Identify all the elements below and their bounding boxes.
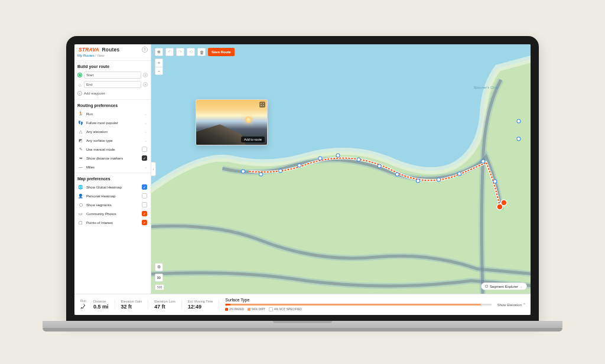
sidebar-collapse-handle[interactable]: ‹	[151, 162, 156, 176]
photos-icon: ▭	[78, 211, 83, 216]
map-toolbar: ⊕ ↶ ↷ ⟲ 🗑 Save Route	[155, 48, 235, 56]
help-icon[interactable]: ?	[142, 47, 148, 53]
map-label-cove: Spooner's Cove	[473, 86, 499, 89]
stat-surface: Surface Type 2% PAVED 94% DIRT 4% NOT SP…	[225, 298, 491, 311]
map-pref-poi[interactable]: ▢Points of Interest✓	[74, 218, 151, 227]
svg-point-0	[241, 170, 245, 173]
map-pref-photos[interactable]: ▭Community Photos✓	[74, 209, 151, 218]
checkbox[interactable]: ✓	[142, 155, 147, 161]
start-input[interactable]: Start	[84, 72, 141, 79]
map-canvas[interactable]: Spooner's Cove ⛶ Add to route	[151, 44, 531, 294]
svg-point-13	[493, 180, 497, 183]
routing-pref-markers[interactable]: ⬌Show distance markers✓	[74, 154, 151, 162]
show-elevation-toggle[interactable]: Show Elevation ⌃	[497, 303, 526, 307]
save-route-button[interactable]: Save Route	[208, 48, 235, 56]
routing-pref-run[interactable]: 🏃Run⌄	[74, 109, 151, 118]
manual-icon: ✎	[78, 147, 83, 152]
checkbox[interactable]	[142, 147, 147, 152]
end-pin-icon: ◇	[77, 82, 82, 87]
breadcrumb-leaf: New	[97, 54, 105, 57]
map-pref-heatmap[interactable]: 🌐Show Global Heatmap✓	[74, 183, 151, 191]
popular-icon: 👣	[78, 120, 83, 125]
routing-prefs-title: Routing preferences	[74, 101, 151, 109]
svg-point-9	[416, 179, 419, 183]
chevron-down-icon: ⌄	[144, 129, 147, 134]
routing-pref-popular[interactable]: 👣Follow most popular⌄	[74, 118, 151, 127]
routing-pref-manual[interactable]: ✎Use manual mode	[74, 145, 151, 154]
clear-start-icon[interactable]: ✕	[143, 73, 148, 77]
checkbox[interactable]: ✓	[142, 184, 147, 190]
chevron-down-icon: ⌄	[144, 138, 147, 142]
zoom-in-icon[interactable]: +	[155, 58, 163, 67]
segment-explorer-button[interactable]: Segment Explorer ⌄	[481, 282, 527, 290]
svg-point-7	[378, 164, 381, 168]
map-pref-personal[interactable]: 👤Personal Heatmap	[74, 191, 151, 200]
3d-toggle[interactable]: 3D	[155, 274, 163, 282]
photo-thumbnail[interactable]: ⛶ Add to route	[196, 100, 267, 145]
stat-time: Est. Moving Time12:49	[188, 300, 219, 310]
svg-point-18	[501, 200, 507, 206]
svg-point-2	[279, 169, 282, 173]
chevron-down-icon: ⌄	[520, 284, 523, 288]
heatmap-icon: 🌐	[78, 184, 83, 190]
svg-point-10	[437, 178, 441, 181]
community-photo-popup: ⛶ Add to route	[196, 99, 268, 145]
end-input[interactable]: End	[84, 81, 141, 88]
markers-icon: ⬌	[78, 155, 83, 161]
chevron-down-icon: ⌄	[144, 112, 147, 116]
stats-bar: Run Distance0.5 mi Elevation Gain32 ft E…	[74, 294, 531, 315]
map-prefs-title: Map preferences	[74, 174, 151, 183]
segments-icon: ⬡	[78, 202, 83, 207]
stat-distance: Distance0.5 mi	[93, 300, 115, 310]
map-pref-segments[interactable]: ⬡Show segments	[74, 200, 151, 209]
elevation-icon: △	[78, 129, 83, 134]
surface-icon: ◩	[78, 138, 83, 143]
crosshair-icon[interactable]: ⊕	[155, 48, 163, 56]
checkbox[interactable]: ✓	[142, 220, 147, 225]
routing-pref-elevation[interactable]: △Any elevation⌄	[74, 127, 151, 136]
back-step-icon[interactable]: ⟲	[187, 48, 195, 56]
svg-point-1	[259, 173, 263, 176]
svg-point-4	[318, 157, 322, 160]
svg-point-15	[517, 119, 521, 123]
zoom-out-icon[interactable]: −	[155, 67, 163, 75]
svg-point-16	[517, 137, 521, 141]
checkbox[interactable]	[142, 202, 147, 207]
svg-point-3	[298, 164, 301, 167]
redo-icon[interactable]: ↷	[176, 48, 184, 56]
chevron-down-icon: ⌄	[144, 121, 147, 125]
sidebar: STRAVA Routes ? My Routes / New Build yo…	[74, 44, 151, 294]
units-icon: —	[78, 164, 83, 170]
personal-icon: 👤	[78, 193, 83, 199]
start-dot-icon	[78, 73, 82, 77]
trophy-icon	[485, 285, 488, 288]
chevron-down-icon: ⌄	[144, 165, 147, 169]
svg-point-8	[395, 173, 399, 176]
svg-point-6	[357, 158, 360, 161]
layers-icon[interactable]: ⚙	[155, 263, 163, 271]
undo-icon[interactable]: ↶	[165, 48, 174, 56]
run-icon: 🏃	[78, 111, 83, 116]
map-scale: 500	[155, 284, 164, 290]
expand-photo-icon[interactable]: ⛶	[259, 102, 265, 108]
breadcrumb-root[interactable]: My Routes	[77, 54, 95, 57]
add-waypoint-button[interactable]: + Add waypoint	[74, 89, 151, 98]
svg-point-12	[482, 160, 485, 163]
breadcrumb: My Routes / New	[74, 54, 151, 59]
build-route-title: Build your route	[74, 62, 151, 70]
chevron-up-icon: ⌃	[523, 303, 526, 307]
clear-end-icon[interactable]: ✕	[143, 82, 148, 87]
poi-icon: ▢	[78, 220, 83, 225]
clear-icon[interactable]: 🗑	[197, 48, 206, 56]
routing-pref-units[interactable]: —Miles⌄	[74, 162, 151, 171]
activity-run-icon: Run	[79, 299, 87, 311]
checkbox[interactable]	[142, 193, 147, 199]
stat-gain: Elevation Gain32 ft	[121, 300, 149, 310]
svg-point-5	[336, 154, 340, 157]
stat-loss: Elevation Loss47 ft	[154, 300, 182, 310]
checkbox[interactable]: ✓	[142, 211, 147, 216]
strava-logo: STRAVA Routes	[77, 47, 119, 53]
route-builder-app: STRAVA Routes ? My Routes / New Build yo…	[74, 44, 531, 315]
add-to-route-button[interactable]: Add to route	[241, 136, 265, 142]
routing-pref-surface[interactable]: ◩Any surface type⌄	[74, 136, 151, 145]
